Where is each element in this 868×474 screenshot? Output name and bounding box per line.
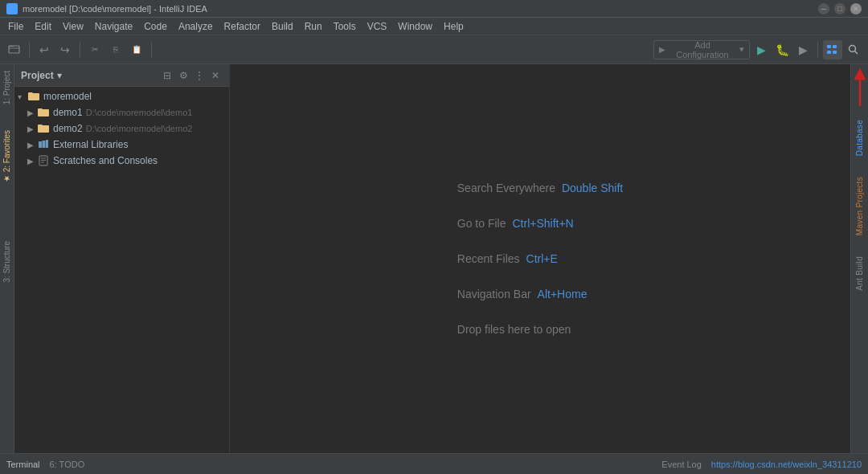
- window-controls: ─ □ ✕: [818, 3, 862, 14]
- copy-button[interactable]: ⎘: [106, 40, 125, 59]
- project-panel: Project ▾ ⊟ ⚙ ⋮ ✕ ▾ moremodel ▶: [14, 64, 230, 453]
- menu-file[interactable]: File: [3, 19, 28, 34]
- menu-help[interactable]: Help: [439, 19, 469, 34]
- tree-label-demo1: demo1: [53, 107, 83, 118]
- paste-button[interactable]: 📋: [127, 40, 146, 59]
- toolbar-separator-2: [80, 42, 80, 58]
- sidebar-item-structure[interactable]: 3: Structure: [1, 238, 13, 286]
- folder-icon-demo1: [37, 106, 50, 119]
- toolbar-right: ▶ Add Configuration ▾ ▶ 🐛 ▶: [653, 40, 863, 59]
- close-button[interactable]: ✕: [850, 3, 862, 14]
- menu-analyze[interactable]: Analyze: [174, 19, 218, 34]
- menu-code[interactable]: Code: [139, 19, 172, 34]
- hint-label-search: Search Everywhere: [457, 182, 555, 194]
- tree-arrow-moremodel: ▾: [18, 92, 27, 101]
- tree-path-demo1: D:\code\moremodel\demo1: [86, 108, 193, 117]
- run-config-selector[interactable]: ▶ Add Configuration ▾: [653, 40, 750, 59]
- tree-node-demo2[interactable]: ▶ demo2 D:\code\moremodel\demo2: [14, 121, 229, 137]
- settings-button[interactable]: ⚙: [176, 68, 190, 83]
- hint-label-goto: Go to File: [457, 217, 506, 230]
- collapse-all-button[interactable]: ⊟: [160, 68, 174, 83]
- tree-arrow-extlibs: ▶: [27, 141, 37, 149]
- menu-run[interactable]: Run: [300, 19, 327, 34]
- hint-key-search: Double Shift: [562, 182, 623, 194]
- hint-key-recent: Ctrl+E: [526, 252, 558, 265]
- svg-rect-11: [39, 156, 47, 165]
- hint-key-nav: Alt+Home: [538, 288, 588, 300]
- todo-tab[interactable]: 6: TODO: [50, 460, 85, 469]
- editor-hint-panel: Search Everywhere Double Shift Go to Fil…: [457, 182, 623, 336]
- gear-button[interactable]: ⋮: [192, 68, 207, 83]
- tree-node-demo1[interactable]: ▶ demo1 D:\code\moremodel\demo1: [14, 104, 229, 121]
- project-folder-icon: [27, 90, 40, 103]
- menu-vcs[interactable]: VCS: [362, 19, 392, 34]
- maven-tool[interactable]: Maven Projects: [853, 170, 866, 242]
- library-icon: [37, 138, 50, 151]
- project-tree: ▾ moremodel ▶ demo1 D:\code\moremodel\de…: [14, 87, 229, 453]
- tree-arrow-scratches: ▶: [27, 157, 37, 165]
- status-bar: Terminal 6: TODO Event Log https://blog.…: [0, 453, 868, 474]
- hint-label-nav: Navigation Bar: [457, 288, 531, 300]
- close-panel-button[interactable]: ✕: [208, 68, 223, 83]
- event-log-link[interactable]: Event Log: [661, 460, 702, 469]
- debug-button[interactable]: 🐛: [772, 40, 792, 59]
- hint-search-everywhere: Search Everywhere Double Shift: [457, 182, 623, 194]
- project-panel-header: Project ▾ ⊟ ⚙ ⋮ ✕: [14, 64, 229, 87]
- project-label: Project: [21, 70, 54, 81]
- redo-button[interactable]: ↪: [55, 40, 75, 59]
- structure-button[interactable]: [823, 40, 842, 59]
- status-bar-right: Event Log https://blog.csdn.net/weixln_3…: [661, 460, 862, 469]
- toolbar-separator-4: [817, 42, 818, 58]
- tree-node-ext-libs[interactable]: ▶ External Libraries: [14, 137, 229, 153]
- tree-path-demo2: D:\code\moremodel\demo2: [86, 124, 193, 133]
- coverage-button[interactable]: ▶: [793, 40, 813, 59]
- toolbar: ↩ ↪ ✂ ⎘ 📋 ▶ Add Configuration ▾ ▶ 🐛 ▶: [0, 35, 868, 64]
- header-dropdown-icon[interactable]: ▾: [57, 70, 62, 81]
- ant-build-tool[interactable]: Ant Build: [853, 250, 866, 297]
- tree-arrow-demo2: ▶: [27, 125, 37, 133]
- hint-goto-file: Go to File Ctrl+Shift+N: [457, 217, 623, 230]
- menu-refactor[interactable]: Refactor: [219, 19, 265, 34]
- hint-key-goto: Ctrl+Shift+N: [512, 217, 573, 230]
- menu-window[interactable]: Window: [393, 19, 437, 34]
- menu-view[interactable]: View: [58, 19, 88, 34]
- minimize-button[interactable]: ─: [818, 3, 829, 14]
- sidebar-item-favorites[interactable]: ★ 2: Favorites: [1, 127, 13, 186]
- hint-label-drop: Drop files here to open: [457, 323, 571, 336]
- open-file-button[interactable]: [5, 40, 24, 59]
- svg-rect-2: [827, 45, 831, 48]
- menu-build[interactable]: Build: [267, 19, 298, 34]
- svg-rect-8: [39, 141, 42, 148]
- run-button[interactable]: ▶: [751, 40, 771, 59]
- menu-tools[interactable]: Tools: [329, 19, 361, 34]
- svg-line-7: [855, 51, 858, 54]
- terminal-tab[interactable]: Terminal: [6, 460, 40, 469]
- hint-label-recent: Recent Files: [457, 252, 520, 265]
- editor-area: Search Everywhere Double Shift Go to Fil…: [230, 64, 850, 453]
- sidebar-item-project[interactable]: 1: Project: [1, 67, 13, 108]
- hint-recent-files: Recent Files Ctrl+E: [457, 252, 623, 265]
- tree-label-scratches: Scratches and Consoles: [53, 155, 158, 166]
- search-everywhere-button[interactable]: [844, 40, 863, 59]
- project-header-icons: ⊟ ⚙ ⋮ ✕: [160, 68, 223, 83]
- menu-bar: File Edit View Navigate Code Analyze Ref…: [0, 18, 868, 35]
- cut-button[interactable]: ✂: [85, 40, 104, 59]
- svg-rect-5: [833, 51, 837, 54]
- tree-label-demo2: demo2: [53, 123, 83, 134]
- menu-edit[interactable]: Edit: [30, 19, 56, 34]
- database-tool[interactable]: Database: [853, 113, 866, 162]
- menu-navigate[interactable]: Navigate: [90, 19, 137, 34]
- main-area: 1: Project ★ 2: Favorites 3: Structure P…: [0, 64, 868, 453]
- undo-button[interactable]: ↩: [35, 40, 54, 59]
- tree-node-moremodel[interactable]: ▾ moremodel: [14, 88, 229, 104]
- red-arrow-decoration: [853, 67, 867, 110]
- right-tool-sidebar: Database Maven Projects Ant Build: [850, 64, 868, 453]
- run-config-label: Add Configuration: [669, 40, 736, 59]
- title-bar: moremodel [D:\code\moremodel] - IntelliJ…: [0, 0, 868, 18]
- svg-rect-10: [46, 140, 48, 148]
- tree-arrow-demo1: ▶: [27, 108, 37, 117]
- tree-node-scratches[interactable]: ▶ Scratches and Consoles: [14, 153, 229, 169]
- maximize-button[interactable]: □: [834, 3, 845, 14]
- tree-label-moremodel: moremodel: [43, 91, 92, 102]
- status-url[interactable]: https://blog.csdn.net/weixln_34311210: [711, 460, 862, 469]
